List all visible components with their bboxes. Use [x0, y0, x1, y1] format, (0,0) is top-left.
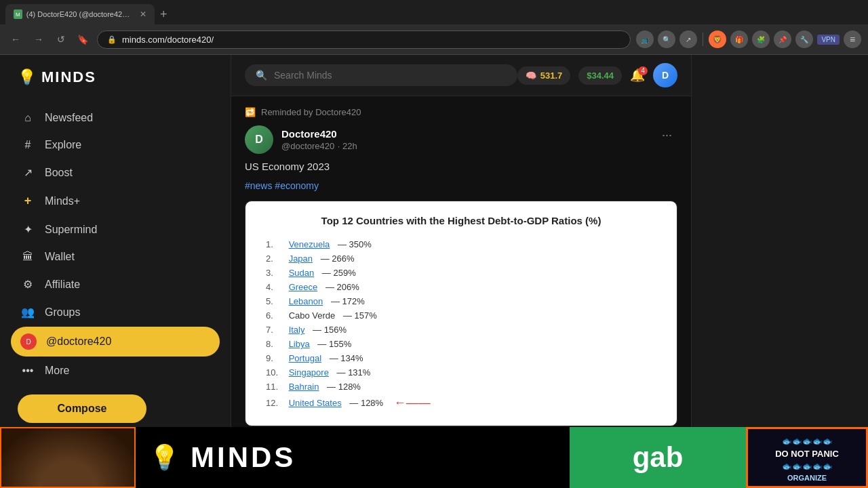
nav-bar: ← → ↺ 🔖 🔒 minds.com/doctore420/ 📺 🔍 ↗ 🦁 … [0, 24, 868, 54]
sidebar-item-wallet[interactable]: 🏛 Wallet [11, 244, 220, 270]
list-item: 8. Libya — 155% [266, 337, 656, 351]
sidebar-label-wallet: Wallet [45, 251, 75, 263]
remind-indicator-icon: 🔁 [245, 107, 256, 117]
bottom-overlay: 💡 MINDS gab 🐟🐟🐟🐟🐟 DO NOT PANIC 🐟🐟🐟🐟🐟 ORG… [0, 427, 868, 488]
close-tab-button[interactable]: ✕ [140, 9, 146, 19]
user-avatar-button[interactable]: D [653, 63, 677, 87]
tab-favicon: M [14, 9, 22, 19]
sidebar-item-profile[interactable]: D @doctore420 [11, 327, 220, 357]
new-tab-button[interactable]: + [155, 7, 173, 22]
right-sidebar [692, 55, 868, 488]
sidebar: 💡 MINDS ⌂ Newsfeed # Explore ↗ Boost + M… [0, 55, 231, 488]
extension-button-3[interactable]: 🔧 [795, 30, 813, 48]
minds-banner-icon: 💡 [149, 443, 182, 472]
main-content: 🔍 🧠 531.7 $34.44 🔔 4 D [231, 55, 692, 488]
sidebar-item-groups[interactable]: 👥 Groups [11, 299, 220, 325]
post-author-avatar[interactable]: D [245, 125, 273, 154]
post-hashtags[interactable]: #news #economy [245, 180, 677, 191]
menu-button[interactable]: ≡ [844, 30, 861, 48]
post-author-handle: @doctore420 [281, 141, 334, 151]
supermind-icon: ✦ [20, 223, 35, 236]
forward-button[interactable]: → [30, 31, 47, 47]
list-item: 3. Sudan — 259% [266, 266, 656, 280]
webcam-person [1, 428, 134, 487]
browser-chrome: M (4) DoctorE420 (@doctore420) | ... ✕ +… [0, 0, 868, 55]
url-display: minds.com/doctore420/ [122, 35, 620, 45]
reminded-by-text: Reminded by Doctore420 [261, 107, 361, 117]
chart-title: Top 12 Countries with the Highest Debt-t… [259, 215, 663, 226]
do-not-panic-banner: 🐟🐟🐟🐟🐟 DO NOT PANIC 🐟🐟🐟🐟🐟 ORGANIZE [746, 427, 868, 488]
sidebar-item-explore[interactable]: # Explore [11, 132, 220, 158]
post-user-info: Doctore420 @doctore420 · 22h [281, 128, 357, 152]
post-time-separator: · [338, 141, 342, 151]
sidebar-item-more[interactable]: ••• More [11, 358, 220, 384]
sidebar-label-minds-plus: Minds+ [45, 195, 80, 207]
extension-button-1[interactable]: 🧩 [752, 30, 770, 48]
sidebar-label-newsfeed: Newsfeed [45, 112, 93, 124]
bookmark-button[interactable]: 🔖 [75, 32, 92, 47]
list-item: 6. Cabo Verde — 157% [266, 308, 656, 323]
reload-button[interactable]: ↺ [53, 31, 69, 47]
wallet-icon: 🏛 [20, 251, 35, 263]
sidebar-label-explore: Explore [45, 139, 81, 151]
notification-count: 4 [638, 66, 648, 75]
newsfeed-icon: ⌂ [20, 112, 35, 124]
post-time: 22h [342, 141, 357, 151]
brave-rewards-button[interactable]: 🎁 [730, 30, 748, 48]
minds-banner-logo: 💡 MINDS [149, 441, 296, 474]
organize-text: ORGANIZE [787, 474, 827, 482]
sidebar-item-minds-plus[interactable]: + Minds+ [11, 187, 220, 215]
points-icon: 🧠 [526, 70, 536, 81]
sidebar-item-affiliate[interactable]: ⚙ Affiliate [11, 271, 220, 298]
active-tab[interactable]: M (4) DoctorE420 (@doctore420) | ... ✕ [5, 4, 155, 24]
minds-logo-text: MINDS [41, 68, 96, 86]
compose-button[interactable]: Compose [18, 394, 146, 423]
sidebar-label-supermind: Supermind [45, 224, 97, 236]
share-button[interactable]: ↗ [679, 30, 697, 48]
list-item: 12. United States — 128% ←—— [266, 394, 656, 412]
points-value: 531.7 [540, 70, 563, 81]
minds-banner: 💡 MINDS [136, 427, 570, 488]
search-icon: 🔍 [256, 70, 267, 81]
extension-button-2[interactable]: 📌 [774, 30, 791, 48]
explore-icon: # [20, 139, 35, 151]
profile-icon: D [20, 333, 37, 350]
gab-banner: gab [570, 427, 746, 488]
fish-decoration-top: 🐟🐟🐟🐟🐟 [782, 436, 833, 446]
red-arrow-annotation: ←—— [394, 396, 431, 410]
groups-icon: 👥 [20, 306, 35, 319]
webcam-overlay [0, 427, 136, 488]
list-item: 11. Bahrain — 128% [266, 380, 656, 394]
vpn-badge[interactable]: VPN [817, 35, 840, 45]
minds-logo-icon: 💡 [18, 68, 36, 86]
search-input[interactable] [274, 70, 507, 81]
sidebar-label-affiliate: Affiliate [45, 279, 80, 291]
brave-button[interactable]: 🦁 [709, 30, 726, 48]
sidebar-item-newsfeed[interactable]: ⌂ Newsfeed [11, 105, 220, 131]
search-bar[interactable]: 🔍 [245, 64, 517, 86]
points-badge: 🧠 531.7 [517, 66, 571, 85]
minds-banner-text: MINDS [191, 441, 296, 474]
sidebar-label-profile: @doctore420 [46, 336, 111, 348]
secure-icon: 🔒 [107, 35, 117, 44]
back-button[interactable]: ← [7, 31, 24, 47]
site-header: 🔍 🧠 531.7 $34.44 🔔 4 D [231, 55, 691, 96]
post-more-options-button[interactable]: ··· [656, 125, 677, 145]
list-item: 7. Italy — 156% [266, 323, 656, 337]
boost-icon: ↗ [20, 166, 35, 179]
post-author-name[interactable]: Doctore420 [281, 128, 357, 140]
more-icon: ••• [20, 365, 35, 377]
sidebar-item-supermind[interactable]: ✦ Supermind [11, 216, 220, 243]
list-item: 4. Greece — 206% [266, 280, 656, 294]
chart-list: 1. Venezuela — 350% 2. Japan — 266% 3. S… [259, 237, 663, 412]
post-header: D Doctore420 @doctore420 · 22h ··· [245, 125, 677, 154]
sidebar-logo: 💡 MINDS [11, 68, 220, 86]
sidebar-item-boost[interactable]: ↗ Boost [11, 159, 220, 186]
do-not-panic-text: DO NOT PANIC [775, 449, 839, 459]
screen-cast-button[interactable]: 📺 [636, 30, 654, 48]
list-item: 5. Lebanon — 172% [266, 294, 656, 308]
zoom-button[interactable]: 🔍 [658, 30, 675, 48]
affiliate-icon: ⚙ [20, 278, 35, 291]
notifications-button[interactable]: 🔔 4 [630, 68, 645, 83]
address-bar[interactable]: 🔒 minds.com/doctore420/ [97, 30, 631, 49]
